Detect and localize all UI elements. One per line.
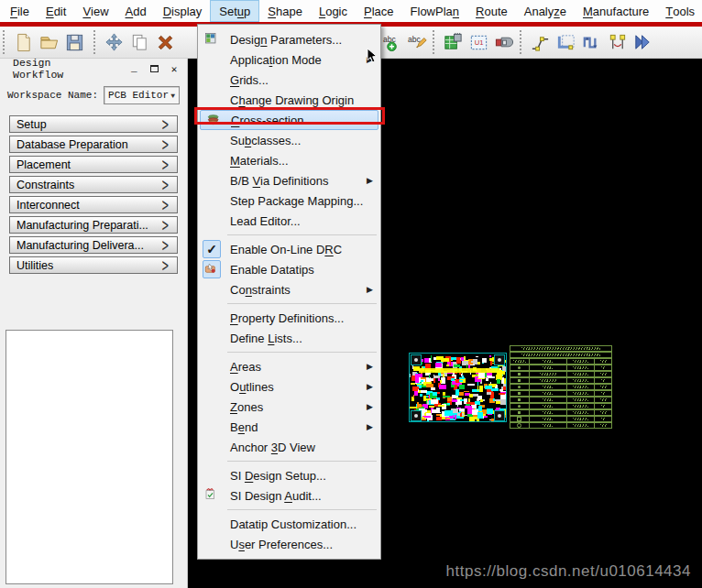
panel-title-bar[interactable]: Design Workflow _ ✕ xyxy=(0,59,187,79)
menubar-item-file[interactable]: File xyxy=(2,0,38,22)
component-sheet-button[interactable] xyxy=(440,29,466,55)
submenu-arrow-icon: ▶ xyxy=(367,176,373,185)
menubar-item-setup[interactable]: Setup xyxy=(210,0,259,22)
chevron-right-icon: > xyxy=(161,176,169,193)
workflow-item-manufacturing-preparati[interactable]: Manufacturing Preparati...> xyxy=(9,216,178,234)
menubar-item-analyze[interactable]: Analyze xyxy=(516,0,575,22)
workflow-item-placement[interactable]: Placement> xyxy=(9,156,178,173)
route-path-button[interactable] xyxy=(553,29,578,55)
add-text-button[interactable]: abc xyxy=(378,29,404,55)
pcb-layout-thumbnail[interactable] xyxy=(409,353,507,422)
route-pins-button[interactable] xyxy=(604,29,630,55)
menubar-item-edit[interactable]: Edit xyxy=(38,0,74,22)
edit-text-button[interactable]: abc xyxy=(404,29,430,55)
menubar-item-tools[interactable]: Tools xyxy=(657,0,702,22)
cross-section-icon xyxy=(205,112,224,130)
menubar-item-view[interactable]: View xyxy=(74,0,116,22)
menu-item-outlines[interactable]: Outlines▶ xyxy=(198,376,380,397)
workflow-item-label: Utilities xyxy=(16,259,53,272)
u1-component-button[interactable]: U1 xyxy=(466,29,491,55)
save-button[interactable] xyxy=(61,29,87,55)
setup-menu-popup: Design Parameters...Application Mode▶Gri… xyxy=(197,24,381,560)
menubar-item-manufacture[interactable]: Manufacture xyxy=(575,0,657,22)
menu-item-materials[interactable]: Materials... xyxy=(198,150,380,170)
datatips-icon xyxy=(203,260,221,278)
menubar-item-add[interactable]: Add xyxy=(117,0,155,22)
route-updown-button[interactable] xyxy=(578,29,604,55)
menu-item-change-drawing-origin[interactable]: Change Drawing Origin xyxy=(198,90,380,110)
menubar-item-display[interactable]: Display xyxy=(155,0,211,22)
delete-button[interactable] xyxy=(152,29,178,55)
menu-item-enable-on-line-drc[interactable]: ✓Enable On-Line DRC xyxy=(198,239,380,259)
menubar-item-flowplan[interactable]: FlowPlan xyxy=(402,0,467,22)
chevron-right-icon: > xyxy=(161,216,169,234)
menu-item-si-design-setup[interactable]: SI Design Setup... xyxy=(198,465,380,485)
menu-item-anchor-3d-view[interactable]: Anchor 3D View xyxy=(198,437,380,457)
route-updown-icon xyxy=(581,32,602,53)
copy-button[interactable] xyxy=(126,29,152,55)
menu-item-b-b-via-definitions[interactable]: B/B Via Definitions▶ xyxy=(198,170,380,191)
submenu-arrow-icon: ▶ xyxy=(367,362,373,371)
menu-item-cross-section[interactable]: Cross-section... xyxy=(200,110,378,130)
workflow-item-manufacturing-delivera[interactable]: Manufacturing Delivera...> xyxy=(9,236,178,254)
minimize-icon[interactable]: _ xyxy=(126,61,141,76)
route-fanout-button[interactable] xyxy=(630,29,655,55)
menu-item-lead-editor[interactable]: Lead Editor... xyxy=(198,211,380,231)
component-sheet-icon xyxy=(443,32,464,53)
menubar-item-place[interactable]: Place xyxy=(356,0,402,22)
connector-button[interactable] xyxy=(491,29,517,55)
menu-separator xyxy=(227,509,377,510)
save-icon xyxy=(64,32,85,53)
menu-item-si-design-audit[interactable]: SI Design Audit... xyxy=(198,485,380,506)
menu-item-bend[interactable]: Bend▶ xyxy=(198,417,380,437)
menu-item-label: Change Drawing Origin xyxy=(230,93,354,107)
restore-icon[interactable] xyxy=(147,61,161,76)
menu-item-zones[interactable]: Zones▶ xyxy=(198,397,380,417)
workflow-item-label: Setup xyxy=(16,118,47,131)
open-file-button[interactable] xyxy=(36,29,61,55)
new-file-button[interactable] xyxy=(10,29,36,55)
route-line-icon xyxy=(530,32,551,53)
watermark-text: https://blog.csdn.net/u010614434 xyxy=(446,562,691,581)
connector-icon xyxy=(494,32,515,53)
menu-item-application-mode[interactable]: Application Mode▶ xyxy=(198,49,380,70)
menu-item-grids[interactable]: Grids... xyxy=(198,70,380,90)
menu-item-label: SI Design Audit... xyxy=(230,489,322,503)
workflow-item-database-preparation[interactable]: Database Preparation> xyxy=(9,136,178,153)
route-line-button[interactable] xyxy=(527,29,553,55)
chevron-right-icon: > xyxy=(161,156,169,173)
menubar-item-shape[interactable]: Shape xyxy=(259,0,311,22)
menu-item-design-parameters[interactable]: Design Parameters... xyxy=(198,29,380,49)
workflow-item-constraints[interactable]: Constraints> xyxy=(9,176,178,193)
menu-item-step-package-mapping[interactable]: Step Package Mapping... xyxy=(198,191,380,211)
menu-item-define-lists[interactable]: Define Lists... xyxy=(198,328,380,348)
workflow-item-interconnect[interactable]: Interconnect> xyxy=(9,196,178,213)
menu-item-datatip-customization[interactable]: Datatip Customization... xyxy=(198,514,380,534)
drill-table-header-row xyxy=(510,352,612,358)
menu-item-user-preferences[interactable]: User Preferences... xyxy=(198,534,380,554)
menu-item-label: Zones xyxy=(230,400,263,414)
menubar-item-logic[interactable]: Logic xyxy=(311,0,356,22)
menu-item-label: B/B Via Definitions xyxy=(230,174,328,188)
menu-item-property-definitions[interactable]: Property Definitions... xyxy=(198,308,380,328)
drill-chart-table[interactable] xyxy=(510,345,612,429)
menubar-item-route[interactable]: Route xyxy=(467,0,516,22)
menu-item-label: User Preferences... xyxy=(230,538,333,551)
workspace-name-select[interactable]: PCB Editor ▼ xyxy=(104,86,180,104)
drill-table-row xyxy=(510,377,612,384)
drill-table-row xyxy=(510,422,612,429)
menu-item-constraints[interactable]: Constraints▶ xyxy=(198,279,380,299)
workflow-item-utilities[interactable]: Utilities> xyxy=(9,256,178,274)
menu-item-enable-datatips[interactable]: Enable Datatips xyxy=(198,259,380,279)
workflow-listbox[interactable] xyxy=(5,330,173,584)
toolbar-drag-handle xyxy=(520,30,524,54)
move-button[interactable] xyxy=(101,29,126,55)
menu-item-areas[interactable]: Areas▶ xyxy=(198,356,380,376)
move-icon xyxy=(104,32,125,53)
menu-separator xyxy=(227,352,377,353)
close-icon[interactable]: ✕ xyxy=(167,61,181,76)
menu-item-subclasses[interactable]: Subclasses... xyxy=(198,130,380,150)
drill-table-row xyxy=(510,371,612,377)
workflow-item-label: Placement xyxy=(16,158,71,171)
workflow-item-setup[interactable]: Setup> xyxy=(9,115,178,133)
